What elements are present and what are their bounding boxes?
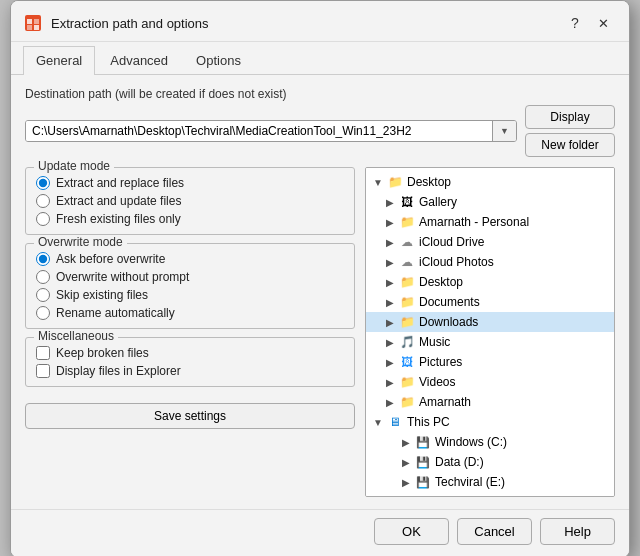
tab-options[interactable]: Options — [183, 46, 254, 74]
overwrite-mode-group: Overwrite mode Ask before overwrite Over… — [25, 243, 355, 329]
folder-icon-amarnath: 📁 — [398, 394, 416, 410]
expander-desktop1: ▼ — [370, 177, 386, 188]
tree-label-personal: Amarnath - Personal — [419, 215, 610, 229]
checkbox-keep-broken[interactable]: Keep broken files — [36, 346, 344, 360]
pc-icon: 🖥 — [386, 414, 404, 430]
close-button[interactable]: ✕ — [589, 11, 617, 35]
tree-label-techviral: Techviral (E:) — [435, 475, 610, 489]
drive-icon-data: 💾 — [414, 454, 432, 470]
main-area: Update mode Extract and replace files Ex… — [25, 167, 615, 497]
destination-label: Destination path (will be created if doe… — [25, 87, 615, 101]
tree-item-thispc[interactable]: ▼ 🖥 This PC — [366, 412, 614, 432]
tree-item-pictures[interactable]: ▶ 🖼 Pictures — [366, 352, 614, 372]
tab-general[interactable]: General — [23, 46, 95, 75]
radio-ask-before[interactable]: Ask before overwrite — [36, 252, 344, 266]
update-mode-group: Update mode Extract and replace files Ex… — [25, 167, 355, 235]
folder-icon-desktop1: 📁 — [386, 174, 404, 190]
extraction-dialog: Extraction path and options ? ✕ General … — [10, 0, 630, 556]
tree-item-icloud-drive[interactable]: ▶ ☁ iCloud Drive — [366, 232, 614, 252]
expander-desktop2: ▶ — [382, 277, 398, 288]
icloud-photos-icon: ☁ — [398, 254, 416, 270]
tree-item-gallery[interactable]: ▶ 🖼 Gallery — [366, 192, 614, 212]
radio-extract-replace-input[interactable] — [36, 176, 50, 190]
tree-item-icloud-photos[interactable]: ▶ ☁ iCloud Photos — [366, 252, 614, 272]
folder-icon-documents: 📁 — [398, 294, 416, 310]
tree-label-documents: Documents — [419, 295, 610, 309]
drive-icon-techviral: 💾 — [414, 474, 432, 490]
icloud-drive-icon: ☁ — [398, 234, 416, 250]
radio-extract-update-input[interactable] — [36, 194, 50, 208]
radio-rename-auto[interactable]: Rename automatically — [36, 306, 344, 320]
tree-item-libraries[interactable]: ▶ 📁 Libraries — [366, 492, 614, 497]
tab-advanced[interactable]: Advanced — [97, 46, 181, 74]
tree-item-videos[interactable]: ▶ 📁 Videos — [366, 372, 614, 392]
dialog-icon — [23, 13, 43, 33]
tree-item-personal[interactable]: ▶ 📁 Amarnath - Personal — [366, 212, 614, 232]
display-button[interactable]: Display — [525, 105, 615, 129]
tree-label-icloud-drive: iCloud Drive — [419, 235, 610, 249]
tree-item-techviral[interactable]: ▶ 💾 Techviral (E:) — [366, 472, 614, 492]
tree-item-windows[interactable]: ▶ 💾 Windows (C:) — [366, 432, 614, 452]
tree-item-downloads[interactable]: ▶ 📁 Downloads — [366, 312, 614, 332]
radio-ask-before-input[interactable] — [36, 252, 50, 266]
folder-icon-downloads: 📁 — [398, 314, 416, 330]
title-bar: Extraction path and options ? ✕ — [11, 1, 629, 42]
checkbox-keep-broken-input[interactable] — [36, 346, 50, 360]
radio-extract-replace[interactable]: Extract and replace files — [36, 176, 344, 190]
expander-icloud-photos: ▶ — [382, 257, 398, 268]
folder-icon-desktop2: 📁 — [398, 274, 416, 290]
tree-item-documents[interactable]: ▶ 📁 Documents — [366, 292, 614, 312]
update-mode-title: Update mode — [34, 159, 114, 173]
radio-skip-existing[interactable]: Skip existing files — [36, 288, 344, 302]
radio-rename-auto-input[interactable] — [36, 306, 50, 320]
radio-extract-replace-label: Extract and replace files — [56, 176, 184, 190]
radio-skip-existing-label: Skip existing files — [56, 288, 148, 302]
dialog-title: Extraction path and options — [51, 16, 561, 31]
svg-rect-3 — [27, 25, 32, 30]
expander-personal: ▶ — [382, 217, 398, 228]
file-tree: ▼ 📁 Desktop ▶ 🖼 Gallery ▶ 📁 Amarn — [366, 168, 614, 497]
checkbox-display-explorer-input[interactable] — [36, 364, 50, 378]
file-tree-panel[interactable]: ▼ 📁 Desktop ▶ 🖼 Gallery ▶ 📁 Amarn — [365, 167, 615, 497]
dialog-content: Destination path (will be created if doe… — [11, 75, 629, 509]
radio-extract-update[interactable]: Extract and update files — [36, 194, 344, 208]
help-icon-btn[interactable]: ? — [561, 11, 589, 35]
destination-row: ▼ Display New folder — [25, 105, 615, 157]
new-folder-button[interactable]: New folder — [525, 133, 615, 157]
expander-amarnath: ▶ — [382, 397, 398, 408]
radio-ask-before-label: Ask before overwrite — [56, 252, 165, 266]
expander-music: ▶ — [382, 337, 398, 348]
path-input[interactable] — [26, 121, 492, 141]
drive-icon-windows: 💾 — [414, 434, 432, 450]
tree-label-videos: Videos — [419, 375, 610, 389]
miscellaneous-group: Miscellaneous Keep broken files Display … — [25, 337, 355, 387]
help-button[interactable]: Help — [540, 518, 615, 545]
tree-item-music[interactable]: ▶ 🎵 Music — [366, 332, 614, 352]
radio-rename-auto-label: Rename automatically — [56, 306, 175, 320]
tree-label-thispc: This PC — [407, 415, 610, 429]
tree-item-desktop1[interactable]: ▼ 📁 Desktop — [366, 172, 614, 192]
radio-skip-existing-input[interactable] — [36, 288, 50, 302]
checkbox-display-explorer-label: Display files in Explorer — [56, 364, 181, 378]
path-dropdown-button[interactable]: ▼ — [492, 121, 516, 141]
radio-overwrite-no-prompt-input[interactable] — [36, 270, 50, 284]
tree-item-amarnath[interactable]: ▶ 📁 Amarnath — [366, 392, 614, 412]
radio-overwrite-no-prompt[interactable]: Overwrite without prompt — [36, 270, 344, 284]
tree-item-data[interactable]: ▶ 💾 Data (D:) — [366, 452, 614, 472]
expander-downloads: ▶ — [382, 317, 398, 328]
tree-label-gallery: Gallery — [419, 195, 610, 209]
left-panel: Update mode Extract and replace files Ex… — [25, 167, 355, 497]
tree-item-desktop2[interactable]: ▶ 📁 Desktop — [366, 272, 614, 292]
save-settings-button[interactable]: Save settings — [25, 403, 355, 429]
checkbox-display-explorer[interactable]: Display files in Explorer — [36, 364, 344, 378]
expander-techviral: ▶ — [398, 477, 414, 488]
ok-button[interactable]: OK — [374, 518, 449, 545]
radio-fresh-existing-input[interactable] — [36, 212, 50, 226]
cancel-button[interactable]: Cancel — [457, 518, 532, 545]
radio-overwrite-no-prompt-label: Overwrite without prompt — [56, 270, 189, 284]
music-icon: 🎵 — [398, 334, 416, 350]
expander-data: ▶ — [398, 457, 414, 468]
radio-fresh-existing[interactable]: Fresh existing files only — [36, 212, 344, 226]
svg-rect-4 — [34, 25, 39, 30]
tree-label-music: Music — [419, 335, 610, 349]
